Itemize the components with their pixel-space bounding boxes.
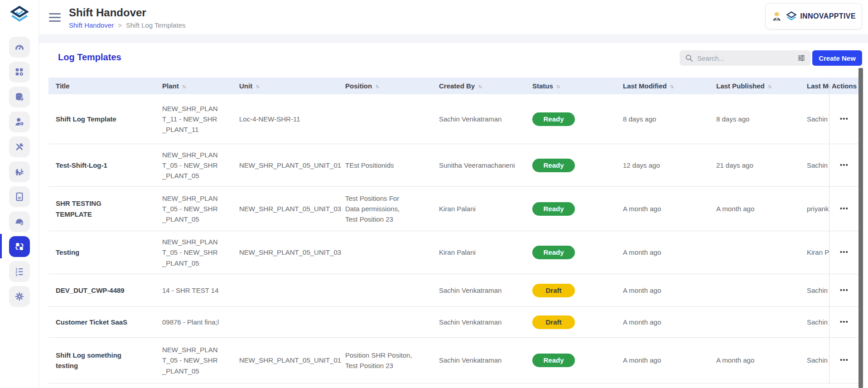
created-by-cell: Kiran Palani xyxy=(432,231,525,274)
table-row[interactable]: Shift Log something testing NEW_SHR_PLAN… xyxy=(48,338,859,383)
column-header-status[interactable]: Status↑↓ xyxy=(525,78,616,94)
title-cell: Shift Log something testing xyxy=(48,338,155,383)
page-title: Shift Handover xyxy=(69,6,146,19)
column-header-position[interactable]: Position↑↓ xyxy=(338,78,432,94)
last-published-cell xyxy=(709,307,800,337)
actions-cell: ••• xyxy=(829,144,859,186)
table-row[interactable]: Customer Ticket SaaS 09876 - Plant fina;… xyxy=(48,307,859,338)
filter-tune-icon[interactable] xyxy=(797,54,805,62)
brand-name: INNOVAPPTIVE xyxy=(800,12,856,20)
sort-icon: ↑↓ xyxy=(670,83,673,89)
sidebar-nav: 1 2 3 xyxy=(0,37,39,307)
column-header-last-modified-by[interactable]: Last Modified By↑↓ xyxy=(800,78,829,94)
search-input[interactable] xyxy=(697,54,793,62)
more-actions-button[interactable]: ••• xyxy=(840,317,849,327)
last-published-cell xyxy=(709,274,800,306)
user-gear-icon xyxy=(14,117,24,127)
created-by-cell: Sachin Venkatraman xyxy=(432,94,525,144)
more-actions-button[interactable]: ••• xyxy=(840,114,849,124)
forklift-icon xyxy=(14,167,24,177)
table-row[interactable]: DEV_DUT_CWP-4489 14 - SHR TEST 14 Sachin… xyxy=(48,274,859,307)
more-actions-button[interactable]: ••• xyxy=(840,286,849,296)
avatar xyxy=(772,6,782,27)
create-new-button[interactable]: Create New xyxy=(812,50,862,66)
table-row[interactable]: Testing NEW_SHR_PLANT_05 - NEW_SHR_PLANT… xyxy=(48,231,859,274)
actions-cell: ••• xyxy=(829,338,859,383)
breadcrumb-link[interactable]: Shift Handover xyxy=(69,21,114,29)
last-modified-cell: 8 days ago xyxy=(616,94,709,144)
sort-icon: ↑↓ xyxy=(256,83,259,89)
sidebar-item-documents[interactable] xyxy=(9,186,30,207)
sidebar-item-master-data[interactable] xyxy=(9,87,30,107)
user-brand-card[interactable]: INNOVAPPTIVE xyxy=(765,3,862,29)
column-header-created-by[interactable]: Created By↑↓ xyxy=(432,78,525,94)
last-published-cell: A month ago xyxy=(709,338,800,383)
unit-cell xyxy=(232,307,338,337)
more-actions-button[interactable]: ••• xyxy=(840,355,849,365)
plant-cell: NEW_SHR_PLANT_05 - NEW_SHR_PLANT_05 xyxy=(155,231,232,274)
sidebar-item-sequences[interactable]: 1 2 3 xyxy=(9,261,30,282)
sort-icon: ↑↓ xyxy=(182,83,185,89)
more-actions-button[interactable]: ••• xyxy=(840,247,849,257)
settings-gear-icon xyxy=(14,291,24,301)
page-heading: Log Templates xyxy=(58,52,121,63)
sidebar-item-tools[interactable] xyxy=(9,136,30,157)
last-modified-cell: A month ago xyxy=(616,274,709,306)
position-cell xyxy=(338,307,432,337)
document-icon xyxy=(14,192,24,202)
last-modified-cell: A month ago xyxy=(616,307,709,337)
hardhat-gear-icon xyxy=(14,217,24,227)
column-header-last-modified[interactable]: Last Modified↑↓ xyxy=(616,78,709,94)
company-logo-icon[interactable] xyxy=(10,5,29,26)
active-nav-indicator xyxy=(0,234,2,258)
vertical-scrollbar[interactable] xyxy=(858,68,863,388)
ordered-list-icon: 1 2 3 xyxy=(14,267,24,276)
title-cell: DEV_DUT_CWP-4489 xyxy=(48,274,155,306)
position-cell: TEst Positionids xyxy=(338,144,432,186)
more-actions-button[interactable]: ••• xyxy=(840,204,849,214)
sidebar-item-safety[interactable] xyxy=(9,211,30,232)
last-modified-cell: A month ago xyxy=(616,338,709,383)
more-actions-button[interactable]: ••• xyxy=(840,160,849,170)
unit-cell: NEW_SHR_PLANT_05_UNIT_03 xyxy=(232,187,338,231)
column-header-plant[interactable]: Plant↑↓ xyxy=(155,78,232,94)
title-cell: Testing xyxy=(48,231,155,274)
status-cell: Ready xyxy=(525,187,616,231)
column-header-unit[interactable]: Unit↑↓ xyxy=(232,78,338,94)
actions-cell: ••• xyxy=(829,274,859,306)
sidebar-item-equipment[interactable] xyxy=(9,161,30,182)
last-modified-by-cell: Sachin Venkatraman xyxy=(800,274,829,306)
unit-cell: NEW_SHR_PLANT_05_UNIT_03 xyxy=(232,231,338,274)
title-cell: Customer Ticket SaaS xyxy=(48,307,155,337)
table-row[interactable]: Shift Log Template NEW_SHR_PLANT_11 - NE… xyxy=(48,94,859,144)
sidebar-item-user-management[interactable] xyxy=(9,112,30,132)
table-row[interactable]: Test-Shift-Log-1 NEW_SHR_PLANT_05 - NEW_… xyxy=(48,144,859,187)
unit-cell: Loc-4-NEW-SHR-11 xyxy=(232,94,338,144)
title-cell: Test-Shift-Log-1 xyxy=(48,144,155,186)
status-cell: Ready xyxy=(525,231,616,274)
breadcrumb-current: Shift Log Templates xyxy=(126,21,185,29)
search-icon xyxy=(685,54,693,62)
last-modified-cell: 12 days ago xyxy=(616,144,709,186)
column-header-last-published[interactable]: Last Published↑↓ xyxy=(709,78,800,94)
status-cell: Draft xyxy=(525,307,616,337)
last-published-cell: 8 days ago xyxy=(709,94,800,144)
status-cell: Ready xyxy=(525,144,616,186)
created-by-cell: Sachin Venkatraman xyxy=(432,338,525,383)
created-by-cell: Sunitha Veeramachaneni xyxy=(432,144,525,186)
sort-icon: ↑↓ xyxy=(768,83,771,89)
status-badge: Ready xyxy=(532,246,575,259)
sidebar-item-dashboard[interactable] xyxy=(9,37,30,58)
sidebar-item-settings[interactable] xyxy=(9,286,30,307)
last-modified-by-cell: Sachin Venkatraman xyxy=(800,144,829,186)
status-cell: Ready xyxy=(525,94,616,144)
main-content: Log Templates Create New Title Plant↑↓ U… xyxy=(39,43,868,388)
plant-cell: 14 - SHR TEST 14 xyxy=(155,274,232,306)
table-row[interactable]: SHR TESTING TEMPLATE NEW_SHR_PLANT_05 - … xyxy=(48,187,859,231)
hamburger-menu-button[interactable] xyxy=(49,13,61,22)
sidebar-item-shift-handover[interactable] xyxy=(9,236,30,257)
sidebar-item-modules[interactable] xyxy=(9,62,30,82)
last-modified-by-cell: Sachin Venkatraman xyxy=(800,338,829,383)
last-modified-by-cell: Sachin Venkatraman xyxy=(800,307,829,337)
last-modified-cell: A month ago xyxy=(616,231,709,274)
